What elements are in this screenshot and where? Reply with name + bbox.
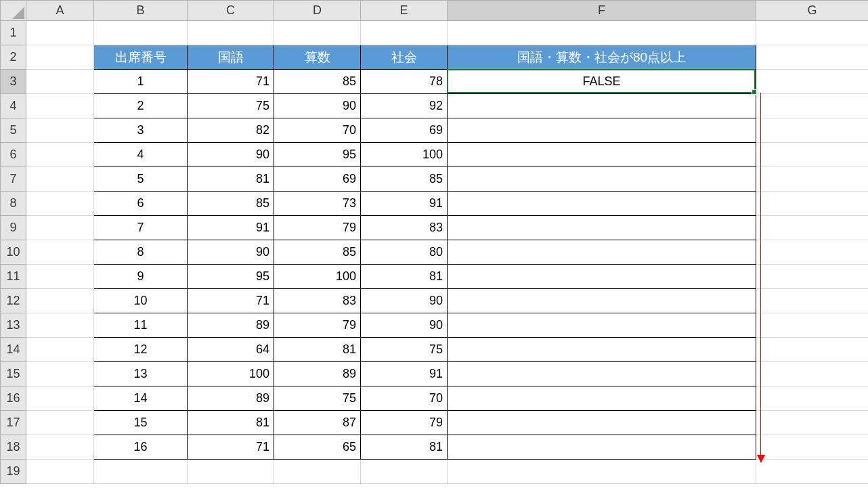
cell-A8[interactable]	[26, 192, 94, 216]
cell-E8[interactable]: 91	[361, 192, 448, 216]
cell-B14[interactable]: 12	[94, 338, 188, 362]
row-header-19[interactable]: 19	[1, 460, 26, 484]
cell-F14[interactable]	[448, 338, 756, 362]
cell-B18[interactable]: 16	[94, 435, 188, 460]
cell-C9[interactable]: 91	[188, 216, 274, 240]
col-header-E[interactable]: E	[361, 1, 448, 21]
cell-G10[interactable]	[756, 240, 869, 265]
cell-E15[interactable]: 91	[361, 362, 448, 386]
cell-B17[interactable]: 15	[94, 411, 188, 435]
cell-B6[interactable]: 4	[94, 143, 188, 167]
cell-B11[interactable]: 9	[94, 265, 188, 289]
cell-C4[interactable]: 75	[188, 94, 274, 118]
cell-D3[interactable]: 85	[274, 70, 361, 94]
cell-A14[interactable]	[26, 338, 94, 362]
row-header-17[interactable]: 17	[1, 411, 26, 435]
cell-D17[interactable]: 87	[274, 411, 361, 435]
cell-C1[interactable]	[188, 21, 274, 45]
table-header-shakai[interactable]: 社会	[361, 45, 448, 70]
cell-E13[interactable]: 90	[361, 313, 448, 338]
cell-C13[interactable]: 89	[188, 313, 274, 338]
cell-A1[interactable]	[26, 21, 94, 45]
cell-B1[interactable]	[94, 21, 188, 45]
cell-G7[interactable]	[756, 167, 869, 192]
cell-F6[interactable]	[448, 143, 756, 167]
cell-F16[interactable]	[448, 386, 756, 411]
cell-F18[interactable]	[448, 435, 756, 460]
cell-G8[interactable]	[756, 192, 869, 216]
cell-B10[interactable]: 8	[94, 240, 188, 265]
cell-E5[interactable]: 69	[361, 118, 448, 143]
row-header-10[interactable]: 10	[1, 240, 26, 265]
fill-handle[interactable]	[752, 89, 757, 95]
select-all-corner[interactable]	[1, 1, 26, 21]
row-header-18[interactable]: 18	[1, 435, 26, 460]
row-header-15[interactable]: 15	[1, 362, 26, 386]
spreadsheet-grid[interactable]: A B C D E F G 1 2 出席番号 国語 算数 社会 国語	[0, 0, 868, 484]
spreadsheet-viewport[interactable]: A B C D E F G 1 2 出席番号 国語 算数 社会 国語	[0, 0, 868, 488]
cell-C17[interactable]: 81	[188, 411, 274, 435]
col-header-D[interactable]: D	[274, 1, 361, 21]
cell-B3[interactable]: 1	[94, 70, 188, 94]
cell-F17[interactable]	[448, 411, 756, 435]
cell-A2[interactable]	[26, 45, 94, 70]
cell-E1[interactable]	[361, 21, 448, 45]
cell-F19[interactable]	[448, 460, 756, 484]
cell-G14[interactable]	[756, 338, 869, 362]
table-header-attendance-no[interactable]: 出席番号	[94, 45, 188, 70]
row-header-1[interactable]: 1	[1, 21, 26, 45]
col-header-C[interactable]: C	[188, 1, 274, 21]
cell-C18[interactable]: 71	[188, 435, 274, 460]
cell-A15[interactable]	[26, 362, 94, 386]
cell-A7[interactable]	[26, 167, 94, 192]
cell-A16[interactable]	[26, 386, 94, 411]
cell-C15[interactable]: 100	[188, 362, 274, 386]
cell-D14[interactable]: 81	[274, 338, 361, 362]
cell-C16[interactable]: 89	[188, 386, 274, 411]
cell-C11[interactable]: 95	[188, 265, 274, 289]
cell-D12[interactable]: 83	[274, 289, 361, 313]
cell-G1[interactable]	[756, 21, 869, 45]
cell-B4[interactable]: 2	[94, 94, 188, 118]
cell-B19[interactable]	[94, 460, 188, 484]
table-header-kokugo[interactable]: 国語	[188, 45, 274, 70]
cell-G6[interactable]	[756, 143, 869, 167]
cell-A13[interactable]	[26, 313, 94, 338]
cell-B9[interactable]: 7	[94, 216, 188, 240]
cell-D4[interactable]: 90	[274, 94, 361, 118]
cell-E18[interactable]: 81	[361, 435, 448, 460]
cell-F5[interactable]	[448, 118, 756, 143]
cell-E4[interactable]: 92	[361, 94, 448, 118]
cell-E7[interactable]: 85	[361, 167, 448, 192]
cell-E6[interactable]: 100	[361, 143, 448, 167]
cell-D10[interactable]: 85	[274, 240, 361, 265]
cell-C6[interactable]: 90	[188, 143, 274, 167]
cell-C7[interactable]: 81	[188, 167, 274, 192]
cell-A11[interactable]	[26, 265, 94, 289]
cell-B15[interactable]: 13	[94, 362, 188, 386]
cell-G4[interactable]	[756, 94, 869, 118]
cell-B16[interactable]: 14	[94, 386, 188, 411]
cell-D9[interactable]: 79	[274, 216, 361, 240]
cell-D18[interactable]: 65	[274, 435, 361, 460]
row-header-2[interactable]: 2	[1, 45, 26, 70]
cell-D16[interactable]: 75	[274, 386, 361, 411]
col-header-G[interactable]: G	[756, 1, 869, 21]
row-header-14[interactable]: 14	[1, 338, 26, 362]
cell-G19[interactable]	[756, 460, 869, 484]
cell-F1[interactable]	[448, 21, 756, 45]
cell-F4[interactable]	[448, 94, 756, 118]
table-header-sansu[interactable]: 算数	[274, 45, 361, 70]
cell-E19[interactable]	[361, 460, 448, 484]
cell-G16[interactable]	[756, 386, 869, 411]
cell-G3[interactable]	[756, 70, 869, 94]
cell-E14[interactable]: 75	[361, 338, 448, 362]
cell-B12[interactable]: 10	[94, 289, 188, 313]
cell-F12[interactable]	[448, 289, 756, 313]
cell-F13[interactable]	[448, 313, 756, 338]
cell-F11[interactable]	[448, 265, 756, 289]
row-header-8[interactable]: 8	[1, 192, 26, 216]
cell-F3[interactable]: FALSE	[448, 70, 756, 94]
cell-C14[interactable]: 64	[188, 338, 274, 362]
cell-F10[interactable]	[448, 240, 756, 265]
